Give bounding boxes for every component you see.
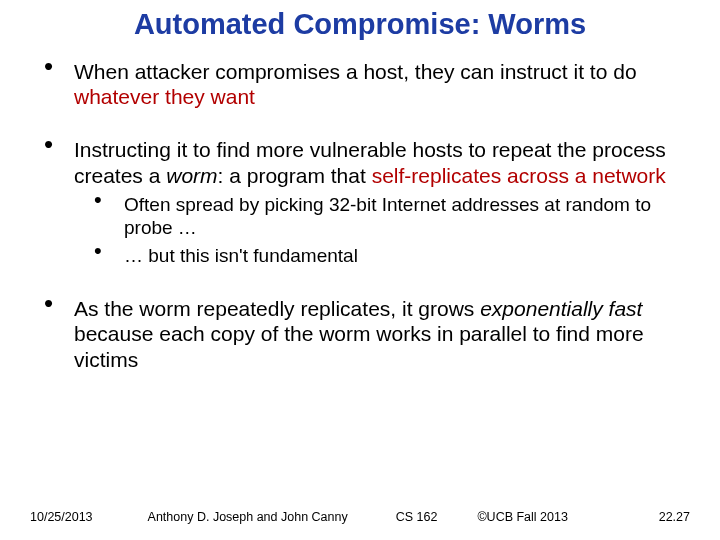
footer-authors: Anthony D. Joseph and John Canny <box>148 510 348 524</box>
bullet-2: Instructing it to find more vulnerable h… <box>44 137 690 268</box>
bullet-2-sub-1: Often spread by picking 32-bit Internet … <box>94 194 690 240</box>
bullet-1-emph: whatever they want <box>74 85 255 108</box>
slide: Automated Compromise: Worms When attacke… <box>0 0 720 540</box>
bullet-1: When attacker compromises a host, they c… <box>44 59 690 109</box>
bullet-2-italic: worm <box>166 164 217 187</box>
bullet-3-text-b: because each copy of the worm works in p… <box>74 322 644 370</box>
bullet-2-text-b: : a program that <box>218 164 372 187</box>
bullet-2-sublist: Often spread by picking 32-bit Internet … <box>74 194 690 268</box>
slide-title: Automated Compromise: Worms <box>30 8 690 41</box>
bullet-2-sub-2: … but this isn't fundamental <box>94 245 690 268</box>
bullet-2-emph-a: self-replicates <box>372 164 507 187</box>
footer-course: CS 162 <box>396 510 438 524</box>
footer-copyright: ©UCB Fall 2013 <box>477 510 568 524</box>
bullet-2-emph-b: across a network <box>507 164 666 187</box>
bullet-3-italic: exponentially fast <box>480 297 642 320</box>
bullet-list: When attacker compromises a host, they c… <box>30 59 690 372</box>
bullet-1-text: When attacker compromises a host, they c… <box>74 60 637 83</box>
footer-page: 22.27 <box>659 510 690 524</box>
bullet-3-text-a: As the worm repeatedly replicates, it gr… <box>74 297 480 320</box>
footer: 10/25/2013 Anthony D. Joseph and John Ca… <box>0 510 720 524</box>
bullet-3: As the worm repeatedly replicates, it gr… <box>44 296 690 372</box>
footer-date: 10/25/2013 <box>30 510 93 524</box>
